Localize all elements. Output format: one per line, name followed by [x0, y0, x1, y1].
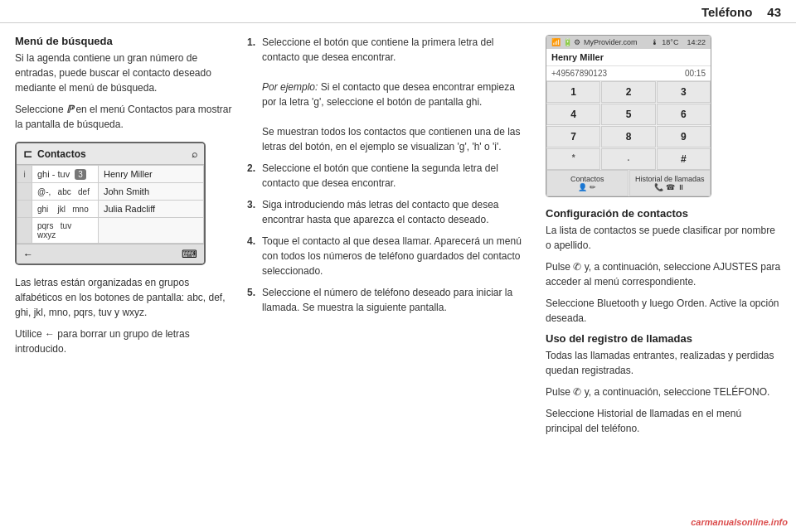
step-number: 2.: [247, 161, 259, 191]
key-2: 2: [601, 81, 655, 103]
table-row: i ghi - tuv 3 Henry Miller: [17, 166, 204, 183]
pause-icon: ⏸: [677, 183, 685, 191]
key-9: 9: [657, 126, 711, 148]
content-area: Menú de búsqueda Si la agenda contiene u…: [0, 23, 796, 451]
step-number: 4.: [247, 234, 259, 278]
contacts-title-label: Contactos: [37, 148, 86, 160]
contacts-icon: 👤: [578, 183, 587, 191]
phone-number: +49567890123: [551, 69, 607, 78]
search-icon-inline: ℙ: [66, 104, 75, 115]
row-name: John Smith: [99, 183, 204, 201]
registry-heading: Uso del registro de llamadas: [546, 332, 781, 345]
contacts-btn: Contactos 👤 ✏: [546, 170, 629, 196]
key-8: 8: [601, 126, 655, 148]
end-call-icon: ☎: [666, 183, 675, 191]
registry-text: Todas las llamadas entrantes, realizadas…: [546, 348, 781, 378]
row-name: Julia Radcliff: [99, 201, 204, 218]
phone-bottom-row: Contactos 👤 ✏ Historial de llamadas 📞 ☎ …: [546, 170, 711, 196]
page-number: 43: [767, 5, 781, 19]
list-item: 1. Seleccione el botón que contiene la p…: [247, 35, 531, 154]
row-letter: [17, 201, 32, 218]
table-row: ghi jkl mno Julia Radcliff: [17, 201, 204, 218]
clock-time: 14:22: [687, 38, 706, 46]
key-3: 3: [657, 81, 711, 103]
row-label: ghi - tuv 3: [32, 166, 99, 183]
contacts-btn-icons: 👤 ✏: [549, 183, 626, 191]
page-title: Teléfono: [701, 5, 752, 19]
step-text: Seleccione el número de teléfono deseado…: [262, 285, 531, 315]
list-item: 4. Toque el contacto al que desea llamar…: [247, 234, 531, 278]
watermark: carmanualsonline.info: [691, 517, 788, 527]
step-main-text: Seleccione el botón que contiene la prim…: [262, 36, 494, 63]
left-footer-text1: Las letras están organizadas en grupos a…: [15, 275, 232, 320]
phone-status-right: 🌡 18°C 14:22: [651, 38, 706, 46]
left-section-heading: Menú de búsqueda: [15, 35, 232, 47]
phone-icon: 📞: [654, 183, 663, 191]
key-7: 7: [546, 126, 600, 148]
contacts-search-icon: ⌕: [192, 148, 197, 160]
table-row: pqrs tuv wxyz: [17, 218, 204, 244]
right-column: 📶 🔋 ⚙ MyProvider.com 🌡 18°C 14:22 Henry …: [546, 35, 781, 443]
step-number: 1.: [247, 35, 259, 154]
key-dot: .: [601, 148, 655, 170]
step-text: Seleccione el botón que contiene la segu…: [262, 161, 531, 191]
history-btn-icons: 📞 ☎ ⏸: [632, 183, 709, 191]
config-text2: Pulse ✆ y, a continuación, seleccione AJ…: [546, 259, 781, 289]
contacts-mockup: ⊏ Contactos ⌕ i ghi - tuv 3 Henry Miller…: [15, 142, 206, 265]
back-arrow-icon: ←: [23, 249, 33, 260]
step-sub-text2: Se muestran todos los contactos que cont…: [262, 126, 521, 152]
middle-column: 1. Seleccione el botón que contiene la p…: [247, 35, 546, 443]
status-icons: 📶 🔋 ⚙: [551, 38, 580, 46]
contacts-table: i ghi - tuv 3 Henry Miller @-, abc def J…: [17, 165, 204, 244]
temp-icon: 🌡: [651, 38, 658, 46]
phone-screen-header: 📶 🔋 ⚙ MyProvider.com 🌡 18°C 14:22: [546, 36, 711, 49]
page-header: Teléfono 43: [0, 0, 796, 23]
key-hash: #: [657, 148, 711, 170]
phone-status-left: 📶 🔋 ⚙ MyProvider.com: [551, 38, 638, 46]
step-number: 5.: [247, 285, 259, 315]
config-heading: Configuración de contactos: [546, 207, 781, 220]
steps-list: 1. Seleccione el botón que contiene la p…: [247, 35, 531, 315]
contacts-icon2: ✏: [590, 183, 596, 191]
contacts-title-bar: ⊏ Contactos ⌕: [17, 143, 204, 165]
key-4: 4: [546, 104, 600, 125]
step-text: Seleccione el botón que contiene la prim…: [262, 35, 531, 154]
list-item: 2. Seleccione el botón que contiene la s…: [247, 161, 531, 191]
left-section-text2: Seleccione ℙ en el menú Contactos para m…: [15, 102, 232, 132]
step-text: Siga introduciendo más letras del contac…: [262, 197, 531, 227]
table-row: @-, abc def John Smith: [17, 183, 204, 201]
step-sub-heading: Por ejemplo:: [262, 81, 318, 93]
key-1: 1: [546, 81, 600, 103]
left-column: Menú de búsqueda Si la agenda contiene u…: [15, 35, 247, 443]
call-timer: 00:15: [685, 69, 706, 78]
phone-number-row: +49567890123 00:15: [546, 66, 711, 81]
registry-text2: Pulse ✆ y, a continuación, seleccione TE…: [546, 384, 781, 399]
contacts-bottom-bar: ← ⌨: [17, 244, 204, 264]
contact-name-display: Henry Miller: [546, 49, 711, 66]
list-item: 5. Seleccione el número de teléfono dese…: [247, 285, 531, 315]
config-text: La lista de contactos se puede clasifica…: [546, 223, 781, 253]
row-letter: [17, 183, 32, 201]
row-name: Henry Miller: [99, 166, 204, 183]
row-letter: i: [17, 166, 32, 183]
list-item: 3. Siga introduciendo más letras del con…: [247, 197, 531, 227]
row-name: [99, 218, 204, 244]
contacts-icon2: ⌨: [182, 248, 197, 260]
phone-screenshot: 📶 🔋 ⚙ MyProvider.com 🌡 18°C 14:22 Henry …: [546, 35, 711, 197]
contacts-back-icon: ⊏: [23, 148, 32, 160]
history-btn: Historial de llamadas 📞 ☎ ⏸: [629, 170, 711, 196]
key-6: 6: [657, 104, 711, 125]
row-label: pqrs tuv wxyz: [32, 218, 99, 244]
temperature: 18°C: [662, 38, 678, 46]
registry-text3: Seleccione Historial de llamadas en el m…: [546, 406, 781, 436]
config-text3: Seleccione Bluetooth y luego Orden. Acti…: [546, 296, 781, 326]
left-section-text1: Si la agenda contiene un gran número de …: [15, 51, 232, 95]
step-number: 3.: [247, 197, 259, 227]
left-footer-text2: Utilice ← para borrar un grupo de letras…: [15, 326, 232, 356]
provider-name: MyProvider.com: [584, 38, 638, 46]
key-5: 5: [601, 104, 655, 125]
key-star: *: [546, 148, 600, 170]
row-label: @-, abc def: [32, 183, 99, 201]
phone-keypad: 1 2 3 4 5 6 7 8 9 * . #: [546, 81, 711, 170]
row-label: ghi jkl mno: [32, 201, 99, 218]
